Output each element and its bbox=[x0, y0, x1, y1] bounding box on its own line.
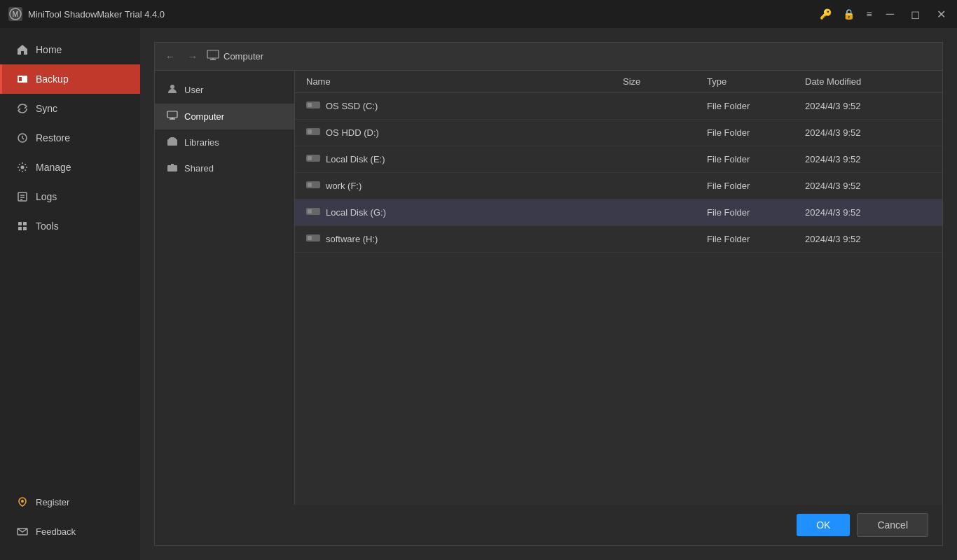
file-type: File Folder bbox=[707, 207, 805, 218]
table-row[interactable]: work (F:) File Folder 2024/4/3 9:52 bbox=[295, 173, 942, 200]
svg-rect-10 bbox=[18, 222, 22, 225]
col-date: Date Modified bbox=[805, 76, 917, 87]
forward-button[interactable]: → bbox=[184, 48, 201, 65]
svg-rect-32 bbox=[308, 156, 312, 160]
drive-icon bbox=[306, 206, 320, 218]
svg-rect-11 bbox=[23, 222, 27, 225]
svg-rect-25 bbox=[170, 137, 174, 139]
sidebar-label-feedback: Feedback bbox=[36, 526, 76, 537]
restore-button[interactable]: ◻ bbox=[908, 6, 923, 22]
table-row[interactable]: software (H:) File Folder 2024/4/3 9:52 bbox=[295, 226, 942, 253]
tree-item-shared[interactable]: Shared bbox=[155, 155, 294, 181]
file-date: 2024/4/3 9:52 bbox=[805, 154, 917, 164]
dialog-footer: OK Cancel bbox=[155, 505, 942, 545]
logs-icon bbox=[16, 190, 29, 203]
drive-icon bbox=[306, 100, 320, 112]
sync-icon bbox=[16, 102, 29, 115]
menu-icon[interactable]: ≡ bbox=[866, 8, 872, 20]
tree-item-user[interactable]: User bbox=[155, 76, 294, 104]
file-type: File Folder bbox=[707, 234, 805, 244]
file-name-cell: work (F:) bbox=[306, 180, 623, 192]
file-name-cell: Local Disk (G:) bbox=[306, 206, 623, 218]
sidebar-item-sync[interactable]: Sync bbox=[0, 94, 140, 123]
main-layout: Home Backup Sync Restore Manage bbox=[0, 28, 957, 560]
drive-icon bbox=[306, 233, 320, 245]
file-type: File Folder bbox=[707, 181, 805, 191]
libraries-tree-icon bbox=[166, 136, 179, 148]
file-name-cell: Local Disk (E:) bbox=[306, 153, 623, 165]
file-browser-dialog: ← → Computer bbox=[154, 42, 943, 546]
file-name: Local Disk (G:) bbox=[326, 207, 386, 218]
file-date: 2024/4/3 9:52 bbox=[805, 127, 917, 138]
table-row[interactable]: OS HDD (D:) File Folder 2024/4/3 9:52 bbox=[295, 120, 942, 146]
key-icon[interactable]: 🔑 bbox=[820, 8, 832, 20]
table-row[interactable]: OS SSD (C:) File Folder 2024/4/3 9:52 bbox=[295, 93, 942, 120]
svg-rect-23 bbox=[167, 139, 177, 146]
breadcrumb-text: Computer bbox=[223, 51, 263, 62]
manage-icon bbox=[16, 161, 29, 174]
file-name: Local Disk (E:) bbox=[326, 154, 385, 164]
lock-icon[interactable]: 🔒 bbox=[843, 8, 855, 20]
svg-rect-28 bbox=[308, 103, 312, 107]
svg-point-5 bbox=[21, 166, 25, 169]
restore-icon bbox=[16, 132, 29, 144]
svg-rect-12 bbox=[18, 227, 22, 230]
svg-rect-26 bbox=[167, 165, 177, 172]
app-logo: M bbox=[8, 7, 22, 21]
file-type: File Folder bbox=[707, 127, 805, 138]
svg-text:M: M bbox=[13, 10, 18, 18]
sidebar-label-restore: Restore bbox=[36, 132, 70, 144]
sidebar-item-restore[interactable]: Restore bbox=[0, 123, 140, 153]
svg-rect-20 bbox=[167, 111, 177, 118]
tree-label-user: User bbox=[184, 85, 203, 95]
titlebar: M MiniTool ShadowMaker Trial 4.4.0 🔑 🔒 ≡… bbox=[0, 0, 957, 28]
file-date: 2024/4/3 9:52 bbox=[805, 181, 917, 191]
content-area: ← → Computer bbox=[140, 28, 957, 560]
sidebar-bottom: Register Feedback bbox=[0, 487, 140, 560]
tree-label-computer: Computer bbox=[184, 111, 224, 122]
dialog-body: User Computer bbox=[155, 71, 942, 505]
table-row[interactable]: Local Disk (G:) File Folder 2024/4/3 9:5… bbox=[295, 200, 942, 226]
minimize-button[interactable]: ─ bbox=[883, 6, 897, 22]
col-size: Size bbox=[623, 76, 707, 87]
sidebar-item-home[interactable]: Home bbox=[0, 35, 140, 64]
svg-point-19 bbox=[170, 85, 174, 89]
file-date: 2024/4/3 9:52 bbox=[805, 207, 917, 218]
sidebar-item-manage[interactable]: Manage bbox=[0, 153, 140, 182]
drive-icon bbox=[306, 180, 320, 192]
tree-item-libraries[interactable]: Libraries bbox=[155, 130, 294, 155]
breadcrumb: Computer bbox=[207, 50, 263, 63]
tools-icon bbox=[16, 220, 29, 232]
sidebar-item-tools[interactable]: Tools bbox=[0, 211, 140, 241]
table-row[interactable]: Local Disk (E:) File Folder 2024/4/3 9:5… bbox=[295, 146, 942, 173]
dialog-toolbar: ← → Computer bbox=[155, 43, 942, 71]
cancel-button[interactable]: Cancel bbox=[857, 513, 928, 537]
col-name: Name bbox=[306, 76, 623, 87]
user-tree-icon bbox=[166, 83, 179, 97]
back-button[interactable]: ← bbox=[162, 48, 179, 65]
sidebar-item-register[interactable]: Register bbox=[0, 487, 140, 517]
svg-point-14 bbox=[21, 500, 24, 503]
close-button[interactable]: ✕ bbox=[934, 6, 949, 22]
sidebar-item-logs[interactable]: Logs bbox=[0, 182, 140, 211]
file-type: File Folder bbox=[707, 154, 805, 164]
titlebar-left: M MiniTool ShadowMaker Trial 4.4.0 bbox=[8, 7, 165, 21]
col-type: Type bbox=[707, 76, 805, 87]
sidebar-item-backup[interactable]: Backup bbox=[0, 64, 140, 94]
backup-icon bbox=[16, 73, 29, 85]
sidebar-item-feedback[interactable]: Feedback bbox=[0, 517, 140, 546]
col-extra bbox=[917, 76, 931, 87]
file-name: software (H:) bbox=[326, 234, 378, 244]
svg-rect-36 bbox=[308, 209, 312, 214]
sidebar-label-register: Register bbox=[36, 497, 69, 507]
tree-label-shared: Shared bbox=[184, 163, 214, 174]
tree-item-computer[interactable]: Computer bbox=[155, 104, 294, 130]
sidebar-label-home: Home bbox=[36, 44, 62, 55]
sidebar-label-tools: Tools bbox=[36, 220, 59, 232]
file-name: OS SSD (C:) bbox=[326, 101, 378, 111]
file-name-cell: OS HDD (D:) bbox=[306, 127, 623, 139]
computer-tree-icon bbox=[166, 111, 179, 122]
app-title: MiniTool ShadowMaker Trial 4.4.0 bbox=[28, 9, 165, 20]
ok-button[interactable]: OK bbox=[797, 514, 850, 536]
svg-rect-34 bbox=[308, 183, 312, 187]
